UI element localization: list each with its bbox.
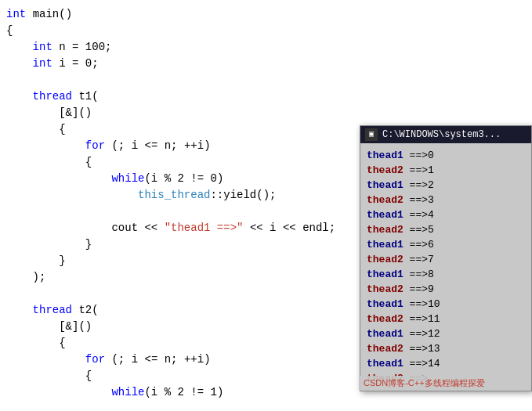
terminal-line-8: thead2 ==>7 bbox=[367, 252, 525, 267]
terminal-line-1: thead1 ==>0 bbox=[367, 148, 525, 163]
terminal-line-12: thead2 ==>11 bbox=[367, 312, 525, 326]
code-line-1: int main() bbox=[0, 6, 532, 23]
terminal-body: thead1 ==>0 thead2 ==>1 thead1 ==>2 thea… bbox=[360, 143, 531, 391]
terminal-line-11: thead1 ==>10 bbox=[367, 297, 525, 312]
terminal-line-7: thead1 ==>6 bbox=[367, 237, 525, 252]
terminal-line-10: thead2 ==>9 bbox=[367, 282, 525, 297]
terminal-titlebar: ▣ C:\WINDOWS\system3... bbox=[360, 126, 531, 143]
terminal-line-6: thead2 ==>5 bbox=[367, 222, 525, 237]
code-line-4: int i = 0; bbox=[0, 56, 532, 72]
csdn-watermark: CSDN博客-C++多线程编程探爱 bbox=[359, 376, 531, 391]
code-line-6: thread t1( bbox=[0, 88, 532, 105]
terminal-line-5: thead1 ==>4 bbox=[367, 207, 525, 222]
terminal-window[interactable]: ▣ C:\WINDOWS\system3... thead1 ==>0 thea… bbox=[360, 125, 532, 391]
code-line-7: [&]() bbox=[0, 105, 532, 121]
terminal-line-9: thead1 ==>8 bbox=[367, 267, 525, 282]
terminal-line-2: thead2 ==>1 bbox=[367, 163, 525, 178]
terminal-line-14: thead2 ==>13 bbox=[367, 341, 525, 356]
code-line-2: { bbox=[0, 23, 532, 39]
terminal-line-15: thead1 ==>14 bbox=[367, 356, 525, 371]
terminal-icon: ▣ bbox=[365, 128, 378, 141]
terminal-line-13: thead1 ==>12 bbox=[367, 326, 525, 341]
code-line-3: int n = 100; bbox=[0, 39, 532, 56]
main-container: int main() { int n = 100; int i = 0; thr… bbox=[0, 0, 532, 411]
terminal-title: C:\WINDOWS\system3... bbox=[382, 129, 501, 140]
terminal-line-3: thead1 ==>2 bbox=[367, 178, 525, 193]
code-line-5 bbox=[0, 72, 532, 88]
terminal-line-4: thead2 ==>3 bbox=[367, 193, 525, 207]
